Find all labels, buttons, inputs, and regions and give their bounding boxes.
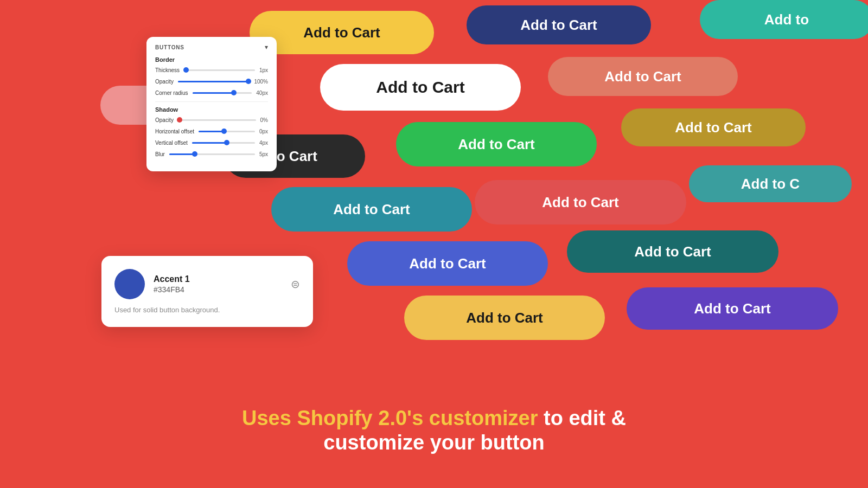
horizontal-offset-value: 0px — [259, 129, 268, 134]
color-hex: #334FB4 — [154, 285, 291, 294]
btn-white-center[interactable]: Add to Cart — [320, 64, 521, 111]
horizontal-offset-row: Horizontal offset 0px — [155, 129, 268, 134]
blur-slider[interactable] — [169, 153, 255, 156]
corner-radius-label: Corner radius — [155, 90, 188, 96]
shadow-opacity-slider[interactable] — [178, 119, 256, 121]
vertical-offset-row: Vertical offset 4px — [155, 140, 268, 146]
panel-title: BUTTONS — [155, 44, 184, 50]
color-name: Accent 1 — [154, 274, 291, 284]
panel-header: BUTTONS ▾ — [155, 43, 268, 51]
color-description: Used for solid button background. — [114, 306, 300, 314]
btn-blue-center[interactable]: Add to Cart — [347, 241, 548, 286]
btn-yellow-bottom[interactable]: Add to Cart — [404, 296, 605, 340]
border-opacity-value: 100% — [254, 79, 268, 85]
border-opacity-slider[interactable] — [178, 81, 250, 83]
btn-teal-top-right[interactable]: Add to — [700, 0, 868, 39]
shadow-opacity-label: Opacity — [155, 117, 174, 123]
vertical-offset-slider[interactable] — [192, 142, 255, 144]
btn-purple-right[interactable]: Add to Cart — [627, 287, 838, 330]
color-info: Accent 1 #334FB4 — [154, 274, 291, 294]
bottom-line1: Uses Shopify 2.0's customizer to edit & — [0, 406, 868, 431]
color-card: Accent 1 #334FB4 ⊜ Used for solid button… — [101, 256, 313, 327]
shadow-section-title: Shadow — [155, 106, 268, 113]
blur-row: Blur 5px — [155, 151, 268, 157]
btn-teal-right-partial[interactable]: Add to C — [689, 165, 852, 202]
border-opacity-label: Opacity — [155, 79, 174, 85]
panel-dropdown-icon[interactable]: ▾ — [265, 43, 268, 51]
btn-salmon-right[interactable]: Add to Cart — [548, 57, 738, 96]
horizontal-offset-slider[interactable] — [199, 131, 255, 133]
btn-navy-top[interactable]: Add to Cart — [467, 5, 651, 44]
btn-teal-mid[interactable]: Add to Cart — [271, 187, 472, 232]
shadow-opacity-value: 0% — [260, 117, 268, 123]
corner-radius-row: Corner radius 40px — [155, 90, 268, 96]
horizontal-offset-label: Horizontal offset — [155, 129, 194, 134]
color-swatch — [114, 269, 145, 299]
thickness-row: Thickness 1px — [155, 67, 268, 73]
bottom-normal-text: to edit & — [544, 407, 626, 429]
vertical-offset-value: 4px — [259, 140, 268, 146]
btn-yellow-top[interactable]: Add to Cart — [250, 11, 434, 54]
corner-radius-value: 40px — [256, 90, 268, 96]
bottom-highlight-text: Uses Shopify 2.0's customizer — [242, 407, 538, 429]
bottom-text-area: Uses Shopify 2.0's customizer to edit & … — [0, 406, 868, 455]
btn-red-mid[interactable]: Add to Cart — [475, 180, 686, 224]
divider-1 — [155, 101, 268, 102]
customizer-panel: BUTTONS ▾ Border Thickness 1px Opacity 1… — [146, 37, 277, 171]
border-section-title: Border — [155, 56, 268, 63]
btn-deep-teal-right[interactable]: Add to Cart — [567, 230, 778, 273]
corner-radius-slider[interactable] — [193, 92, 252, 94]
thickness-value: 1px — [259, 67, 268, 73]
blur-value: 5px — [259, 151, 268, 157]
border-opacity-row: Opacity 100% — [155, 79, 268, 85]
vertical-offset-label: Vertical offset — [155, 140, 188, 146]
color-card-top: Accent 1 #334FB4 ⊜ — [114, 269, 300, 299]
stack-icon[interactable]: ⊜ — [291, 278, 300, 291]
blur-label: Blur — [155, 151, 165, 157]
btn-green-center[interactable]: Add to Cart — [396, 122, 597, 166]
thickness-slider[interactable] — [184, 69, 255, 72]
shadow-opacity-row: Opacity 0% — [155, 117, 268, 123]
thickness-label: Thickness — [155, 67, 180, 73]
btn-gold-right[interactable]: Add to Cart — [621, 108, 806, 146]
bottom-line2: customize your button — [0, 431, 868, 455]
